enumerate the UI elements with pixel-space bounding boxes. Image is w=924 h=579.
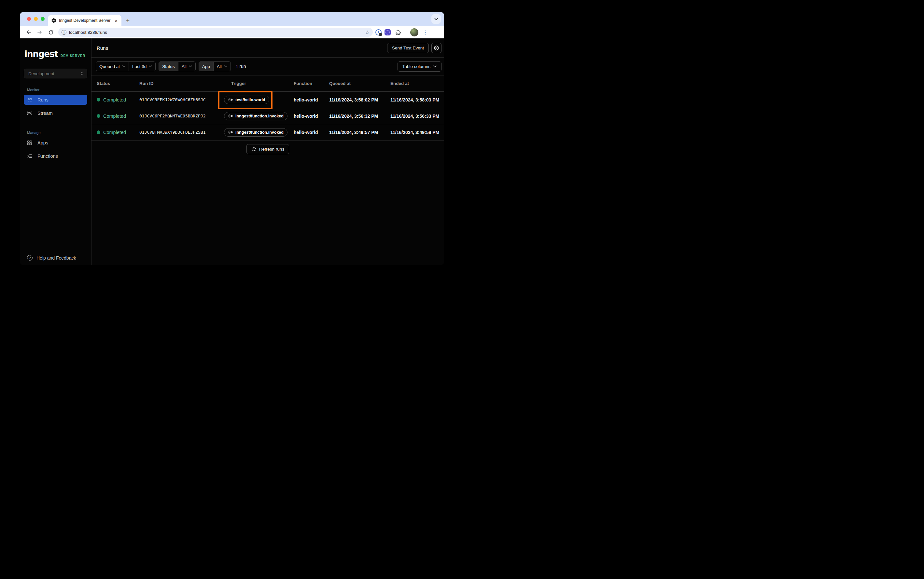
app-filter-label: App: [199, 62, 213, 71]
inngest-logo: inngest: [25, 49, 58, 59]
browser-menu-icon[interactable]: ⋮: [421, 29, 429, 36]
extensions-puzzle-icon[interactable]: [394, 28, 402, 36]
close-tab-icon[interactable]: ×: [114, 18, 118, 23]
time-field-dropdown[interactable]: Queued at: [96, 62, 129, 71]
event-trigger-icon: [228, 113, 233, 118]
status-cell: Completed: [97, 113, 140, 119]
table-header: Status Run ID Trigger Function Queued at…: [92, 75, 444, 92]
run-id-cell: 01JCVC6PF2MQNMTWE95BBRZPJ2: [140, 113, 224, 118]
status-filter-dropdown[interactable]: All: [179, 62, 195, 71]
address-bar[interactable]: i localhost:8288/runs ☆: [58, 28, 373, 37]
sidebar-item-runs[interactable]: Runs: [24, 95, 87, 105]
refresh-runs-button[interactable]: Refresh runs: [246, 144, 289, 154]
zoom-window-button[interactable]: [41, 17, 44, 21]
sidebar: inngest DEV SERVER Development Monitor R…: [20, 38, 92, 265]
help-label: Help and Feedback: [36, 255, 76, 260]
trigger-badge: inngest/function.invoked: [224, 128, 287, 137]
app-filter: App All: [199, 62, 231, 71]
tab-title: Inngest Development Server: [59, 18, 112, 23]
run-count: 1 run: [236, 64, 395, 69]
status-dot: [97, 114, 100, 118]
password-manager-extension-icon[interactable]: [376, 29, 382, 36]
settings-gear-button[interactable]: [432, 43, 441, 53]
inngest-app: inngest DEV SERVER Development Monitor R…: [20, 38, 444, 265]
ended-at-cell: 11/16/2024, 3:58:03 PM: [391, 97, 444, 103]
back-icon[interactable]: [25, 28, 33, 36]
sidebar-item-stream[interactable]: Stream: [24, 108, 87, 118]
trigger-cell: test/hello.world: [224, 96, 294, 104]
updown-chevron-icon: [80, 71, 84, 76]
browser-window: Inngest Development Server × + i localho…: [20, 12, 444, 265]
environment-selector[interactable]: Development: [24, 69, 87, 79]
status-cell: Completed: [97, 97, 140, 103]
sidebar-item-label: Runs: [38, 97, 49, 103]
sidebar-item-label: Apps: [38, 140, 48, 146]
apps-icon: [26, 140, 33, 146]
column-header-ended-at: Ended at: [391, 81, 444, 86]
ended-at-cell: 11/16/2024, 3:56:33 PM: [391, 113, 444, 119]
tab-strip: Inngest Development Server × +: [20, 12, 444, 26]
trigger-cell: inngest/function.invoked: [224, 112, 294, 120]
inngest-favicon-icon: [51, 18, 56, 23]
page-title: Runs: [97, 45, 387, 51]
sidebar-item-functions[interactable]: Functions: [24, 151, 87, 161]
table-row[interactable]: Completed 01JCVC6PF2MQNMTWE95BBRZPJ2 inn…: [92, 108, 444, 124]
reload-icon[interactable]: [46, 28, 55, 36]
sidebar-item-apps[interactable]: Apps: [24, 137, 87, 148]
profile-avatar[interactable]: [410, 28, 419, 36]
sidebar-section-manage: Manage: [24, 131, 87, 135]
functions-icon: [26, 153, 33, 159]
status-dot: [97, 131, 100, 134]
time-field-filter: Queued at Last 3d: [96, 62, 156, 71]
event-trigger-icon: [228, 130, 233, 135]
help-icon: ?: [27, 255, 33, 260]
queued-at-cell: 11/16/2024, 3:49:57 PM: [329, 130, 391, 135]
run-id-cell: 01JCVC9EFKJ2W70WQHC6ZH6SJC: [140, 97, 224, 102]
column-header-status: Status: [97, 81, 140, 86]
time-range-dropdown[interactable]: Last 3d: [129, 62, 155, 71]
help-and-feedback[interactable]: ? Help and Feedback: [24, 255, 87, 260]
browser-toolbar: i localhost:8288/runs ☆ ⋮: [20, 26, 444, 38]
minimize-window-button[interactable]: [34, 17, 38, 21]
filter-bar: Queued at Last 3d Status All: [92, 57, 444, 75]
table-columns-button[interactable]: Table columns: [397, 62, 441, 72]
runs-icon: [26, 97, 33, 103]
send-test-event-button[interactable]: Send Test Event: [387, 43, 429, 53]
stream-icon: [26, 110, 33, 116]
chevron-down-icon: [224, 65, 227, 67]
chevron-down-icon: [189, 65, 192, 67]
sidebar-item-label: Functions: [38, 154, 58, 159]
logo-row: inngest DEV SERVER: [24, 49, 87, 59]
url-text[interactable]: localhost:8288/runs: [69, 30, 363, 35]
bookmark-star-icon[interactable]: ☆: [365, 29, 369, 36]
purple-extension-icon[interactable]: [384, 29, 391, 36]
table-row[interactable]: Completed 01JCVC9EFKJ2W70WQHC6ZH6SJC tes…: [92, 92, 444, 108]
sidebar-section-monitor: Monitor: [24, 88, 87, 92]
close-window-button[interactable]: [27, 17, 31, 21]
new-tab-button[interactable]: +: [126, 18, 130, 24]
chevron-down-icon: [122, 65, 125, 67]
trigger-badge: inngest/function.invoked: [224, 112, 287, 120]
trigger-badge: test/hello.world: [224, 96, 269, 104]
status-filter: Status All: [159, 62, 195, 71]
page-header: Runs Send Test Event: [92, 38, 444, 57]
forward-icon[interactable]: [36, 28, 44, 36]
chevron-down-icon: [149, 65, 152, 67]
status-cell: Completed: [97, 130, 140, 135]
queued-at-cell: 11/16/2024, 3:58:02 PM: [329, 97, 391, 103]
run-id-cell: 01JCVBTMV3WXY9D3CFDEJFZSB1: [140, 130, 224, 135]
status-dot: [97, 98, 100, 101]
column-header-queued-at: Queued at: [329, 81, 391, 86]
column-header-function: Function: [294, 81, 329, 86]
tab-search-button[interactable]: [432, 14, 441, 24]
dev-server-badge: DEV SERVER: [61, 54, 85, 57]
function-cell: hello-world: [294, 130, 329, 135]
chevron-down-icon: [433, 65, 437, 68]
extensions-area: ⋮: [376, 28, 429, 36]
site-info-icon[interactable]: i: [62, 30, 66, 35]
browser-tab[interactable]: Inngest Development Server ×: [48, 15, 121, 26]
queued-at-cell: 11/16/2024, 3:56:32 PM: [329, 113, 391, 119]
table-row[interactable]: Completed 01JCVBTMV3WXY9D3CFDEJFZSB1 inn…: [92, 124, 444, 141]
app-filter-dropdown[interactable]: All: [213, 62, 230, 71]
toolbar-separator: [406, 29, 406, 35]
